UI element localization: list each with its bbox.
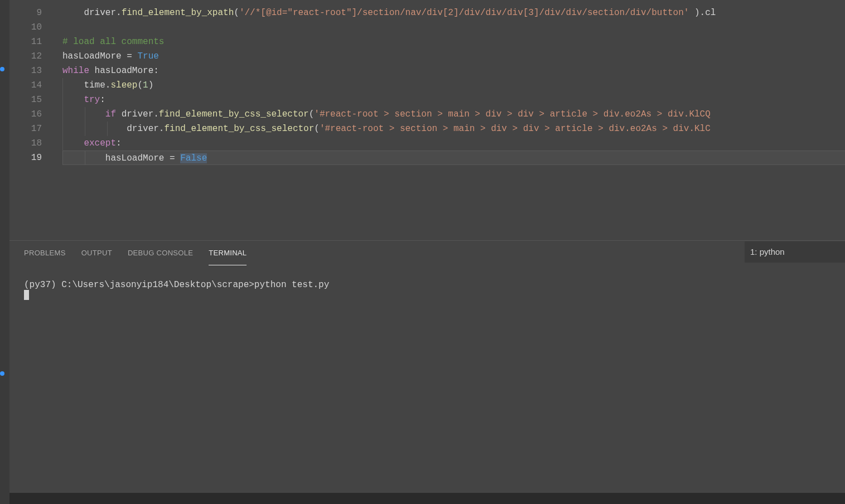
line-number: 9	[20, 6, 42, 20]
code-editor[interactable]: 9 10 11 12 13 14 15 16 17 18 19 driver.f…	[9, 0, 845, 240]
code-line[interactable]: hasLoadMore = True	[62, 49, 845, 64]
code-line[interactable]: try:	[62, 93, 845, 107]
code-line[interactable]: time.sleep(1)	[62, 78, 845, 93]
code-line[interactable]: driver.find_element_by_xpath('//*[@id="r…	[62, 6, 845, 20]
line-number: 14	[20, 78, 42, 93]
code-line[interactable]: # load all comments	[62, 35, 845, 49]
line-number: 11	[20, 35, 42, 49]
terminal-cursor-icon	[24, 290, 29, 300]
status-bar	[0, 493, 845, 504]
terminal-selector-dropdown[interactable]: 1: python	[745, 241, 845, 263]
tab-problems[interactable]: PROBLEMS	[24, 241, 66, 265]
line-number: 10	[20, 20, 42, 35]
line-number-gutter: 9 10 11 12 13 14 15 16 17 18 19	[9, 0, 54, 240]
terminal-output[interactable]: (py37) C:\Users\jasonyip184\Desktop\scra…	[9, 273, 845, 493]
tab-output[interactable]: OUTPUT	[81, 241, 112, 265]
code-line[interactable]: while hasLoadMore:	[62, 64, 845, 78]
line-number: 17	[20, 122, 42, 136]
line-number: 15	[20, 93, 42, 107]
line-number: 12	[20, 49, 42, 64]
code-line[interactable]: driver.find_element_by_css_selector('#re…	[62, 122, 845, 136]
panel-tab-bar: PROBLEMS OUTPUT DEBUG CONSOLE TERMINAL	[9, 241, 845, 265]
code-line[interactable]: except:	[62, 136, 845, 151]
code-line[interactable]	[62, 20, 845, 35]
activity-bar-edge	[0, 0, 9, 504]
code-line[interactable]: hasLoadMore = False	[62, 151, 845, 165]
terminal-line: (py37) C:\Users\jasonyip184\Desktop\scra…	[24, 280, 329, 290]
tab-debug-console[interactable]: DEBUG CONSOLE	[128, 241, 193, 265]
code-content[interactable]: driver.find_element_by_xpath('//*[@id="r…	[62, 0, 845, 240]
breakpoint-dot-icon[interactable]	[0, 67, 4, 71]
breakpoint-dot-icon[interactable]	[0, 371, 4, 376]
line-number: 18	[20, 136, 42, 151]
code-line[interactable]: if driver.find_element_by_css_selector('…	[62, 107, 845, 122]
line-number: 19	[20, 151, 42, 165]
line-number: 16	[20, 107, 42, 122]
line-number: 13	[20, 64, 42, 78]
tab-terminal[interactable]: TERMINAL	[209, 241, 247, 265]
